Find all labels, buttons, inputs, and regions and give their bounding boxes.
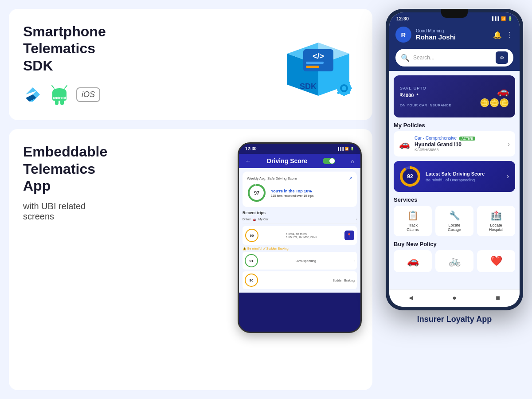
sdk-logos: android iOS	[23, 83, 106, 106]
left-side: SmartphoneTelematicsSDK	[9, 9, 372, 390]
phone-greeting: Good Morning Rohan Joshi	[416, 28, 493, 41]
phone-bottom-nav: ◄ ● ■	[389, 289, 520, 307]
policy-model: Hyundai Grand i10	[415, 141, 503, 148]
mini-trip-row-2: 91 Over-speeding ›	[243, 252, 357, 270]
mini-trip-score-3: 90	[245, 274, 258, 287]
phone-notch	[441, 9, 468, 18]
more-options-icon[interactable]: ⋮	[506, 31, 513, 39]
banner-illustration: 🚗 🪙🪙🪙	[480, 86, 509, 108]
svg-rect-15	[306, 66, 319, 68]
svg-rect-22	[336, 87, 339, 89]
track-claims-label: TrackClaims	[407, 223, 419, 232]
notification-icon[interactable]: 🔔	[493, 31, 502, 39]
score-info: Latest Safe Driving Score Be mindful of …	[426, 171, 501, 182]
mini-header-title: Driving Score	[267, 157, 307, 164]
svg-line-6	[65, 86, 67, 88]
service-locate-garage[interactable]: 🔧 LocateGarage	[435, 206, 473, 236]
sdk-card: SmartphoneTelematicsSDK	[9, 9, 372, 120]
buy-policy-row: 🚗 🚲 ❤️	[394, 250, 515, 272]
score-title: Latest Safe Driving Score	[426, 171, 501, 176]
mini-time: 12:30	[245, 146, 257, 151]
mini-score-donut: 97	[247, 183, 266, 203]
mini-trip-tabs: Driver 🚗 My Car ›	[243, 218, 357, 223]
search-input-container: 🔍 Search... ⚙	[395, 49, 513, 66]
score-circle: 92	[400, 166, 420, 187]
greeting-small: Good Morning	[416, 28, 493, 33]
policy-car-icon: 🚗	[399, 139, 410, 149]
buy-policy-car[interactable]: 🚗	[394, 250, 432, 272]
score-subtitle: Be mindful of Overspeeding	[426, 178, 501, 182]
mini-trip-row-1: 90 5 kms, 55 mins 6:05 PM, 07 Mar, 2020 …	[243, 226, 357, 245]
buy-policy-bike[interactable]: 🚲	[435, 250, 473, 272]
search-input[interactable]: Search...	[413, 55, 492, 61]
buy-health-icon: ❤️	[490, 255, 502, 267]
policy-type: Car - Comprehensive	[415, 136, 457, 141]
sdk-text: SmartphoneTelematicsSDK	[23, 23, 106, 106]
banner-save-label: SAVE UPTO	[400, 86, 451, 90]
nav-back-button[interactable]: ◄	[404, 293, 418, 302]
right-side: 12:30 ▐▐▐ 📶 🔋 R Good Morning Rohan Joshi	[386, 9, 523, 324]
nav-recent-button[interactable]: ■	[491, 293, 505, 302]
policy-chevron-icon: ›	[508, 141, 510, 148]
mini-trip-info-1: 5 kms, 55 mins 6:05 PM, 07 Mar, 2020	[286, 232, 317, 239]
svg-line-5	[52, 86, 54, 88]
buy-car-icon: 🚗	[407, 255, 419, 267]
avatar: R	[395, 27, 411, 43]
policy-card[interactable]: 🚗 Car - Comprehensive ACTIVE Hyundai Gra…	[394, 131, 515, 156]
search-icon: 🔍	[401, 54, 410, 62]
mini-toggle	[323, 158, 335, 164]
locate-garage-label: LocateGarage	[448, 223, 461, 232]
svg-text:97: 97	[254, 190, 259, 196]
svg-text:android: android	[53, 96, 66, 100]
mini-phone: 12:30 ▐▐▐ 📶 🔋 ← Driving Score ⌂	[238, 142, 362, 333]
mini-trip-info-3: Sudden Braking	[332, 279, 355, 282]
filter-button[interactable]: ⚙	[496, 51, 508, 64]
banner-subtitle: ON YOUR CAR INSURANCE	[400, 103, 451, 107]
greeting-name: Rohan Joshi	[416, 33, 493, 41]
policy-plate: KA05HS8863	[415, 148, 503, 152]
buy-policy-section: Buy New Policy 🚗 🚲 ❤️	[394, 241, 515, 272]
locate-hospital-label: LocateHospital	[489, 223, 504, 232]
phone-wrapper: 12:30 ▐▐▐ 📶 🔋 R Good Morning Rohan Joshi	[386, 9, 523, 310]
nav-home-button[interactable]: ●	[448, 293, 461, 302]
track-claims-icon: 📋	[407, 210, 419, 221]
score-chevron-icon: ›	[507, 172, 509, 180]
svg-point-19	[342, 86, 346, 90]
telematics-title: EmbeddableTelematicsApp	[23, 143, 107, 194]
phone-time: 12:30	[396, 16, 409, 21]
sdk-box-illustration: </> SDK	[278, 27, 358, 102]
android-icon: android	[50, 83, 69, 106]
locate-garage-icon: 🔧	[449, 210, 460, 221]
svg-rect-14	[306, 62, 324, 64]
sdk-title: SmartphoneTelematicsSDK	[23, 23, 106, 74]
phone-search-bar: 🔍 Search... ⚙	[389, 49, 520, 71]
policy-status-badge: ACTIVE	[459, 137, 475, 141]
buy-policy-health[interactable]: ❤️	[477, 250, 515, 272]
services-grid: 📋 TrackClaims 🔧 LocateGarage 🏥 LocateHos…	[394, 206, 515, 236]
svg-rect-21	[343, 93, 345, 96]
phone-header: R Good Morning Rohan Joshi 🔔 ⋮	[389, 23, 520, 49]
svg-rect-23	[349, 87, 352, 89]
banner-text: SAVE UPTO ₹4000 * ON YOUR CAR INSURANCE	[400, 86, 451, 107]
ios-icon: iOS	[76, 87, 100, 102]
mini-trip-btn-1: 📍	[344, 231, 354, 240]
services-title: Services	[394, 196, 515, 203]
mini-trips-label: Recent trips	[243, 211, 357, 215]
my-policies-title: My Policies	[394, 122, 515, 129]
svg-text:</>: </>	[313, 52, 324, 61]
svg-rect-20	[343, 80, 345, 83]
mini-score-label: Weekly Avg. Safe Driving Score ↗	[247, 176, 352, 180]
service-locate-hospital[interactable]: 🏥 LocateHospital	[477, 206, 515, 236]
phone-header-icons: 🔔 ⋮	[493, 31, 513, 39]
service-track-claims[interactable]: 📋 TrackClaims	[394, 206, 432, 236]
mini-home-icon: ⌂	[351, 158, 354, 164]
mini-score-card: Weekly Avg. Safe Driving Score ↗ 97 You'…	[243, 172, 357, 207]
telematics-text: EmbeddableTelematicsApp with UBI related…	[23, 143, 107, 222]
my-policies-section: My Policies 🚗 Car - Comprehensive ACTIVE…	[394, 122, 515, 156]
mini-trip-info-2: Over-speeding	[296, 259, 316, 262]
services-section: Services 📋 TrackClaims 🔧 LocateGarage	[394, 196, 515, 236]
mini-trip-warning: ⚠️ Be mindful of Sudden Braking	[243, 247, 357, 250]
driving-score-banner[interactable]: 92 Latest Safe Driving Score Be mindful …	[394, 161, 515, 192]
flutter-icon	[23, 85, 43, 104]
insurance-banner: SAVE UPTO ₹4000 * ON YOUR CAR INSURANCE …	[394, 75, 515, 117]
